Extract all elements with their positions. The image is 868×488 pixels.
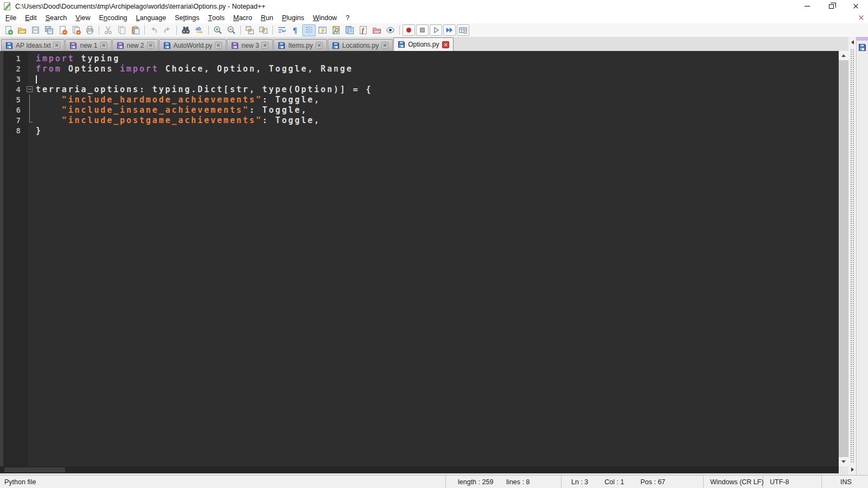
dock-grip-dots[interactable] [850,49,854,463]
sync-horizontal-scroll-button[interactable] [257,24,270,36]
docked-panel-header [857,37,868,41]
tab-ap-ideas-txt[interactable]: AP Ideas.txt [1,39,65,51]
menu-item-macro[interactable]: Macro [229,12,257,23]
menu-item-run[interactable]: Run [257,12,278,23]
collapse-left-icon[interactable] [851,40,854,44]
collapse-right-icon[interactable] [851,467,854,472]
menu-item-view[interactable]: View [71,12,94,23]
code-text[interactable]: terraria_options: typing.Dict[str, type(… [36,85,372,94]
macro-play-button[interactable] [430,24,442,36]
tab-label: new 2 [127,42,144,49]
dock-grip[interactable] [848,37,856,475]
code-text[interactable]: import typing [36,54,120,63]
function-panel-button[interactable] [316,24,329,36]
tab-new-1[interactable]: new 1 [65,39,111,51]
code-text[interactable]: "include_hardmode_achievements": Toggle, [36,95,321,105]
tab-close-button[interactable] [215,42,222,49]
tab-close-button[interactable] [442,41,449,48]
print-button[interactable] [83,24,97,36]
close-document-button[interactable] [858,14,864,22]
folder-as-workspace-button[interactable] [370,24,384,36]
word-wrap-button[interactable] [275,24,289,36]
horizontal-scrollbar[interactable] [0,466,839,473]
macro-record-button[interactable] [403,24,415,36]
menu-item-encoding[interactable]: Encoding [94,12,131,23]
tab-new-3[interactable]: new 3 [227,39,273,51]
function-list-button[interactable]: f [356,24,370,36]
menu-item-tools[interactable]: Tools [203,12,229,23]
status-encoding[interactable]: UTF-8 [763,476,822,488]
find-button[interactable] [179,24,193,36]
fold-margin [25,105,36,115]
tab-locations-py[interactable]: Locations.py [328,39,393,51]
redo-button[interactable] [161,24,174,36]
code-editor[interactable]: 1import typing2from Options import Choic… [0,51,839,466]
vertical-scrollbar[interactable] [839,51,848,466]
undo-button[interactable] [147,24,161,36]
copy-button[interactable] [115,24,129,36]
tab-close-button[interactable] [261,42,269,49]
close-document-button[interactable] [56,24,69,36]
zoom-in-button[interactable] [211,24,225,36]
menu-item-file[interactable]: File [1,12,21,23]
code-text[interactable] [36,74,37,84]
new-file-button[interactable] [2,24,15,36]
open-file-button[interactable] [15,24,29,36]
code-text[interactable]: "include_insane_achievements": Toggle, [36,105,308,115]
macro-stop-button[interactable] [416,24,429,36]
menu-item-plugins[interactable]: Plugins [278,12,309,23]
tab-autoworld-py[interactable]: AutoWorld.py [159,39,227,51]
save-all-button[interactable] [42,24,56,36]
close-window-button[interactable] [844,0,868,12]
code-text[interactable]: from Options import Choice, Option, Togg… [36,64,353,74]
show-all-characters-button[interactable]: ¶ [289,24,302,36]
scroll-up-button[interactable] [839,51,848,60]
scroll-down-button[interactable] [839,457,848,466]
tab-items-py[interactable]: Items.py [273,39,327,51]
menu-bar: FileEditSearchViewEncodingLanguageSettin… [0,12,868,23]
document-map-button[interactable] [329,24,343,36]
horizontal-scroll-thumb[interactable] [4,467,65,472]
saved-floppy-icon [163,42,171,49]
fold-collapse-icon[interactable]: − [27,86,33,92]
tab-close-button[interactable] [316,42,323,49]
tab-close-button[interactable] [100,42,107,49]
notepadpp-app-icon [3,2,12,11]
minimize-button[interactable] [795,0,819,12]
tab-bar: AP Ideas.txtnew 1new 2AutoWorld.pynew 3I… [0,37,848,51]
status-cursor-position: Ln : 3 Col : 1 Pos : 67 [561,476,704,488]
cut-button[interactable] [101,24,115,36]
menu-item-edit[interactable]: Edit [21,12,41,23]
status-eol-format[interactable]: Windows (CR LF) [704,476,763,488]
tab-close-button[interactable] [53,42,60,49]
menu-item-settings[interactable]: Settings [170,12,203,23]
menu-item-window[interactable]: Window [309,12,341,23]
tab-close-button[interactable] [147,42,154,49]
sync-vertical-scroll-button[interactable] [243,24,257,36]
monitoring-button[interactable] [384,24,397,36]
code-line: 6 "include_insane_achievements": Toggle, [0,105,839,115]
restore-down-button[interactable] [819,0,844,12]
replace-button[interactable]: ab [193,24,206,36]
save-button[interactable] [29,24,42,36]
cut-icon [104,25,113,35]
close-all-documents-button[interactable] [69,24,83,36]
paste-button[interactable] [129,24,142,36]
menu-item-help[interactable]: ? [341,12,354,23]
status-doc-type: Python file [0,476,446,488]
status-length: length : 259 [458,478,493,486]
code-text[interactable]: "include_postgame_achievements": Toggle, [36,115,321,125]
zoom-out-button[interactable] [225,24,238,36]
sync-vertical-scroll-icon [245,25,254,35]
status-insert-mode[interactable]: INS [822,476,868,488]
tab-new-2[interactable]: new 2 [112,39,158,51]
tab-options-py[interactable]: Options.py [393,37,453,51]
document-list-button[interactable] [343,24,356,36]
code-text[interactable]: } [36,126,42,136]
menu-item-search[interactable]: Search [41,12,72,23]
indent-guide-button[interactable] [302,24,316,36]
tab-close-button[interactable] [381,42,388,49]
menu-item-language[interactable]: Language [132,12,171,23]
macro-save-button[interactable] [457,24,469,36]
macro-run-multiple-button[interactable] [443,24,456,36]
